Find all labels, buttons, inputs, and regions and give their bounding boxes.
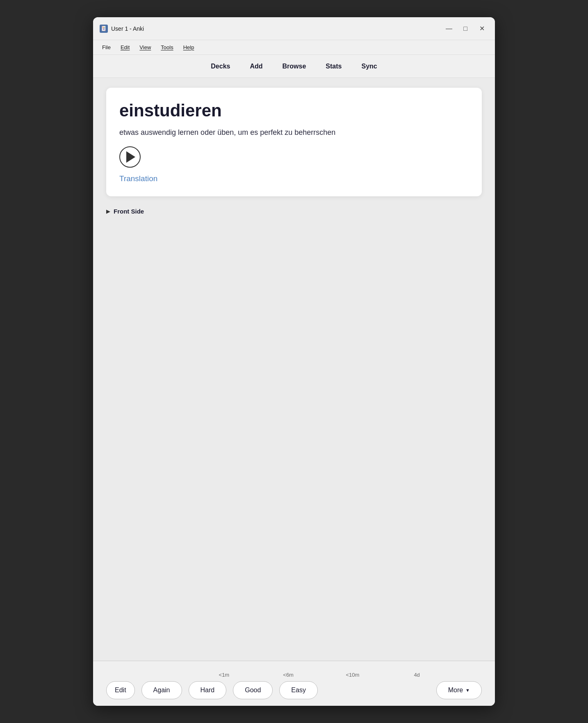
front-side-arrow: ▶ [106,208,110,214]
main-content: einstudieren etwas auswendig lernen oder… [93,78,495,661]
translation-link[interactable]: Translation [119,174,157,183]
menu-view[interactable]: View [135,43,155,52]
menu-edit[interactable]: Edit [116,43,134,52]
nav-bar: Decks Add Browse Stats Sync [93,55,495,78]
answer-buttons-row: Edit Again Hard Good Easy More ▼ [93,681,495,699]
menu-bar: File Edit View Tools Help [93,40,495,55]
bottom-bar: <1m <6m <10m 4d Edit Again Hard Good Eas… [93,661,495,706]
easy-button[interactable]: Easy [279,681,318,699]
app-window: 🃏 User 1 - Anki — □ ✕ File Edit View Too… [93,17,495,706]
time-labels-row: <1m <6m <10m 4d [93,672,495,678]
app-icon: 🃏 [100,25,108,33]
card-word: einstudieren [119,101,469,120]
nav-sync[interactable]: Sync [360,59,378,73]
title-bar: 🃏 User 1 - Anki — □ ✕ [93,17,495,40]
again-button[interactable]: Again [141,681,182,699]
time-label-easy: 4d [401,672,433,678]
time-label-group: <1m <6m <10m 4d [192,672,482,678]
card-definition: etwas auswendig lernen oder üben, um es … [119,127,469,138]
window-title: User 1 - Anki [111,25,442,32]
more-dropdown-icon: ▼ [465,688,470,693]
menu-tools[interactable]: Tools [157,43,177,52]
flashcard: einstudieren etwas auswendig lernen oder… [106,88,482,196]
nav-browse[interactable]: Browse [281,59,308,73]
menu-help[interactable]: Help [179,43,198,52]
time-label-hard: <6m [272,672,305,678]
nav-decks[interactable]: Decks [209,59,232,73]
minimize-button[interactable]: — [442,22,456,35]
maximize-button[interactable]: □ [459,22,472,35]
nav-stats[interactable]: Stats [324,59,343,73]
good-button[interactable]: Good [233,681,273,699]
more-button[interactable]: More ▼ [436,681,482,699]
play-audio-button[interactable] [119,146,141,168]
time-label-good: <10m [336,672,369,678]
menu-file[interactable]: File [98,43,115,52]
time-label-again: <1m [207,672,240,678]
play-icon [126,151,135,163]
close-button[interactable]: ✕ [475,22,488,35]
more-label: More [448,687,463,694]
hard-button[interactable]: Hard [189,681,227,699]
edit-button[interactable]: Edit [106,681,135,699]
nav-add[interactable]: Add [248,59,264,73]
front-side-section[interactable]: ▶ Front Side [106,205,482,218]
window-controls: — □ ✕ [442,22,488,35]
front-side-label: Front Side [114,208,144,215]
